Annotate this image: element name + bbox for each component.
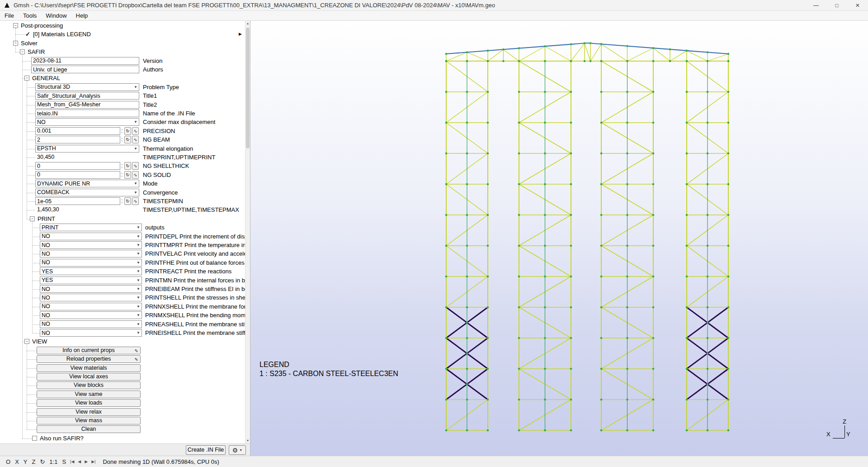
settings-button[interactable]: ⚙ ▼ — [229, 445, 246, 455]
tree-action-button[interactable]: Reload properties✎ — [37, 355, 141, 363]
chevron-down-icon: ▼ — [239, 448, 242, 452]
scroll-up-icon[interactable]: ▲ — [245, 21, 250, 26]
tree-expand-toggle[interactable]: − — [24, 76, 29, 81]
param-label: PRNEASHELL Print the membrane stiffn — [145, 320, 245, 329]
menu-help[interactable]: Help — [71, 11, 93, 20]
reset-icon-button[interactable]: ↻ — [124, 171, 131, 179]
close-button[interactable]: ✕ — [847, 0, 868, 11]
axes-indicator: Z X Y — [826, 418, 854, 441]
submenu-arrow-icon[interactable]: ▶ — [239, 30, 242, 38]
status-toggle-o[interactable]: O — [4, 458, 13, 465]
param-select[interactable]: PRINT▼ — [40, 224, 142, 231]
status-toggle-[interactable]: ↻ — [38, 458, 47, 465]
materials-legend-checkbox[interactable]: ✓ — [25, 30, 30, 38]
param-select[interactable]: Structural 3D▼ — [35, 83, 139, 91]
graph-icon-button[interactable]: ∿ — [132, 127, 139, 135]
model-viewport[interactable] — [250, 21, 868, 456]
status-anim-nav-icon-3[interactable]: ▶| — [90, 459, 97, 464]
status-toggle-z[interactable]: Z — [29, 458, 38, 465]
tree-connector — [27, 175, 35, 176]
param-select[interactable]: YES▼ — [40, 267, 142, 275]
tree-action-button[interactable]: View loads — [37, 399, 141, 407]
scroll-down-icon[interactable]: ▼ — [245, 438, 250, 443]
graph-icon-button[interactable]: ∿ — [132, 171, 139, 179]
tree-connector — [27, 386, 37, 386]
menu-window[interactable]: Window — [41, 11, 71, 20]
tree-action-button[interactable]: View same — [37, 391, 141, 398]
param-value: YES — [42, 268, 135, 275]
param-input[interactable]: Mesh_from_G4S-Mesher — [35, 101, 139, 109]
param-select[interactable]: NO▼ — [40, 285, 142, 293]
tree-branch-label: Post-processing — [21, 21, 63, 30]
param-value: Univ. of Liege — [33, 67, 137, 73]
menu-file[interactable]: File — [0, 11, 19, 20]
status-anim-nav-icon-0[interactable]: |◀ — [68, 459, 76, 464]
param-value: 0 — [37, 172, 118, 178]
tree-connector — [32, 221, 33, 333]
status-toggle-s[interactable]: S — [60, 458, 68, 465]
tree-expand-toggle[interactable]: − — [30, 216, 35, 221]
param-input[interactable]: 2023-08-11 — [31, 57, 139, 65]
scrollbar-thumb[interactable] — [246, 28, 250, 148]
param-select[interactable]: NO▼ — [40, 233, 142, 240]
param-select[interactable]: NO▼ — [40, 294, 142, 301]
graph-icon-button[interactable]: ∿ — [132, 136, 139, 143]
status-toggle-y[interactable]: Y — [21, 458, 30, 465]
also-run-safir-checkbox[interactable] — [32, 436, 37, 441]
reset-icon-button[interactable]: ↻ — [124, 136, 131, 143]
tree-action-button[interactable]: View blocks — [37, 381, 141, 389]
param-select[interactable]: YES▼ — [40, 276, 142, 284]
param-select[interactable]: EPSTH▼ — [35, 145, 139, 152]
param-input[interactable]: 0.001 — [35, 127, 120, 135]
param-select[interactable]: NO▼ — [35, 118, 139, 126]
param-select[interactable]: COMEBACK▼ — [35, 189, 139, 196]
param-input[interactable]: telaio.IN — [35, 110, 139, 117]
param-select[interactable]: NO▼ — [40, 241, 142, 249]
param-input[interactable]: 0 — [35, 171, 120, 179]
tree-expand-toggle[interactable]: − — [20, 49, 25, 54]
status-toggle-x[interactable]: X — [13, 458, 21, 465]
tree-branch-label: VIEW — [32, 337, 47, 346]
minimize-button[interactable]: — — [806, 0, 826, 11]
reset-icon-button[interactable]: ↻ — [124, 127, 131, 135]
status-toggle-11[interactable]: 1:1 — [47, 458, 60, 465]
model-canvas[interactable]: LEGEND 1 : S235 - CARBON STEEL-STEELEC3E… — [250, 21, 868, 456]
param-select[interactable]: NO▼ — [40, 311, 142, 319]
create-in-file-button[interactable]: Create .IN File — [186, 445, 226, 455]
param-input[interactable]: Safir_Structural_Analysis — [35, 92, 139, 100]
param-select[interactable]: DYNAMIC PURE NR▼ — [35, 180, 139, 187]
maximize-button[interactable]: □ — [826, 0, 847, 11]
tree-action-button[interactable]: View materials — [37, 364, 141, 372]
param-select[interactable]: NO▼ — [40, 329, 142, 337]
tree-expand-toggle[interactable]: − — [13, 23, 18, 28]
param-input[interactable]: 2 — [35, 136, 120, 143]
param-label: Title1 — [143, 91, 157, 100]
chevron-down-icon: ▼ — [137, 322, 140, 326]
panel-scrollbar[interactable]: ▲ ▼ — [245, 21, 250, 443]
tree-connector — [22, 61, 31, 62]
tree-action-button[interactable]: View mass — [37, 417, 141, 424]
status-anim-nav-icon-2[interactable]: ▶ — [83, 459, 90, 464]
param-select[interactable]: NO▼ — [40, 259, 142, 267]
graph-icon-button[interactable]: ∿ — [132, 197, 139, 205]
param-select[interactable]: NO▼ — [40, 250, 142, 257]
status-anim-nav-icon-1[interactable]: ◀ — [76, 459, 83, 464]
param-input[interactable]: Univ. of Liege — [31, 66, 139, 73]
param-select[interactable]: NO▼ — [40, 320, 142, 328]
tree-expand-toggle[interactable]: − — [24, 339, 29, 344]
reset-icon-button[interactable]: ↻ — [124, 197, 131, 205]
tree-branch-label: SAFIR — [28, 48, 45, 56]
menu-tools[interactable]: Tools — [19, 11, 41, 20]
tree-action-button[interactable]: Info on current props✎ — [37, 347, 141, 354]
tree-action-button[interactable]: View relax — [37, 408, 141, 416]
tree-action-button[interactable]: View local axes — [37, 373, 141, 381]
reset-icon-button[interactable]: ↻ — [124, 162, 131, 170]
param-input[interactable]: 0 — [35, 162, 120, 170]
tree-connector — [27, 131, 35, 132]
tree-action-button[interactable]: Clean — [37, 425, 141, 433]
param-input[interactable]: 1e-05 — [35, 197, 120, 205]
param-label: PRINTTMPRT Print the temperature in th — [145, 241, 245, 249]
tree-connector — [32, 263, 40, 263]
graph-icon-button[interactable]: ∿ — [132, 162, 139, 170]
param-select[interactable]: NO▼ — [40, 303, 142, 310]
